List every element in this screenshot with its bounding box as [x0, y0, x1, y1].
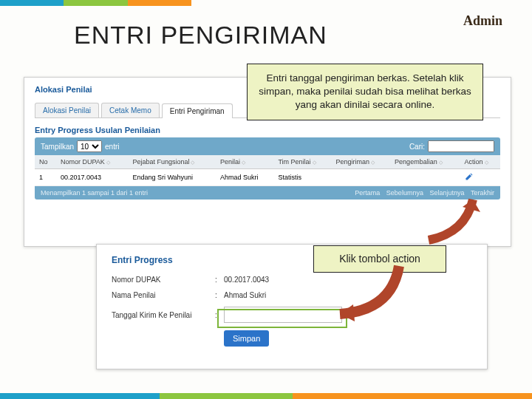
label-tanggal: Tanggal Kirim Ke Penilai	[112, 311, 215, 319]
form-row-nomor: Nomor DUPAK : 00.2017.0043	[112, 276, 472, 284]
callout-instruction: Entri tanggal pengiriman berkas. Setelah…	[247, 64, 483, 120]
col-action: Action◇	[460, 155, 500, 169]
col-pejabat[interactable]: Pejabat Fungsional◇	[128, 155, 216, 169]
cell-pengiriman	[331, 169, 390, 186]
label-nomor: Nomor DUPAK	[112, 276, 215, 284]
role-badge: Admin	[463, 13, 502, 29]
tab-alokasi-penilai[interactable]: Alokasi Penilai	[35, 103, 99, 117]
col-no[interactable]: No	[35, 155, 56, 169]
cell-action	[460, 169, 500, 186]
label-penilai: Nama Penilai	[112, 291, 215, 299]
pager-next[interactable]: Selanjutnya	[429, 189, 464, 197]
col-penilai[interactable]: Penilai◇	[216, 155, 273, 169]
search-input[interactable]	[428, 140, 494, 152]
per-page-suffix: entri	[105, 143, 119, 151]
cell-tim: Statistis	[273, 169, 331, 186]
tab-entri-pengiriman[interactable]: Entri Pengiriman	[162, 103, 233, 118]
table-toolbar: Tampilkan 10 entri Cari:	[35, 137, 500, 155]
value-penilai: Ahmad Sukri	[224, 291, 266, 299]
col-nomor[interactable]: Nomor DUPAK◇	[56, 155, 128, 169]
action-button[interactable]	[465, 175, 474, 183]
section-heading: Entry Progress Usulan Penilaian	[24, 118, 511, 137]
page-title: ENTRI PENGIRIMAN	[74, 21, 327, 50]
value-nomor: 00.2017.0043	[224, 276, 269, 284]
pager-info: Menampilkan 1 sampai 1 dari 1 entri	[41, 189, 148, 197]
col-pengembalian[interactable]: Pengembalian◇	[390, 155, 460, 169]
cell-pengembalian	[390, 169, 460, 186]
cell-nomor: 00.2017.0043	[56, 169, 128, 186]
pager-last[interactable]: Terakhir	[471, 189, 494, 197]
table-row: 1 00.2017.0043 Endang Sri Wahyuni Ahmad …	[35, 169, 500, 186]
col-pengiriman[interactable]: Pengiriman◇	[331, 155, 390, 169]
bottom-stripe	[0, 393, 532, 399]
data-table: No Nomor DUPAK◇ Pejabat Fungsional◇ Peni…	[35, 155, 500, 186]
pager: Menampilkan 1 sampai 1 dari 1 entri Pert…	[35, 186, 500, 200]
cell-pejabat: Endang Sri Wahyuni	[128, 169, 216, 186]
top-stripe	[0, 0, 532, 6]
pencil-icon	[465, 172, 474, 181]
highlight-input	[217, 309, 347, 328]
callout-action: Klik tombol action	[313, 245, 446, 273]
pager-prev[interactable]: Sebelumnya	[386, 189, 423, 197]
save-button[interactable]: Simpan	[224, 330, 269, 347]
cell-no: 1	[35, 169, 56, 186]
form-row-penilai: Nama Penilai : Ahmad Sukri	[112, 291, 472, 299]
pager-first[interactable]: Pertama	[355, 189, 380, 197]
col-tim[interactable]: Tim Penilai◇	[273, 155, 331, 169]
per-page-select[interactable]: 10	[77, 140, 102, 152]
cell-penilai: Ahmad Sukri	[216, 169, 273, 186]
search-label: Cari:	[409, 143, 425, 151]
tab-cetak-memo[interactable]: Cetak Memo	[101, 103, 160, 117]
show-label: Tampilkan	[41, 143, 74, 151]
